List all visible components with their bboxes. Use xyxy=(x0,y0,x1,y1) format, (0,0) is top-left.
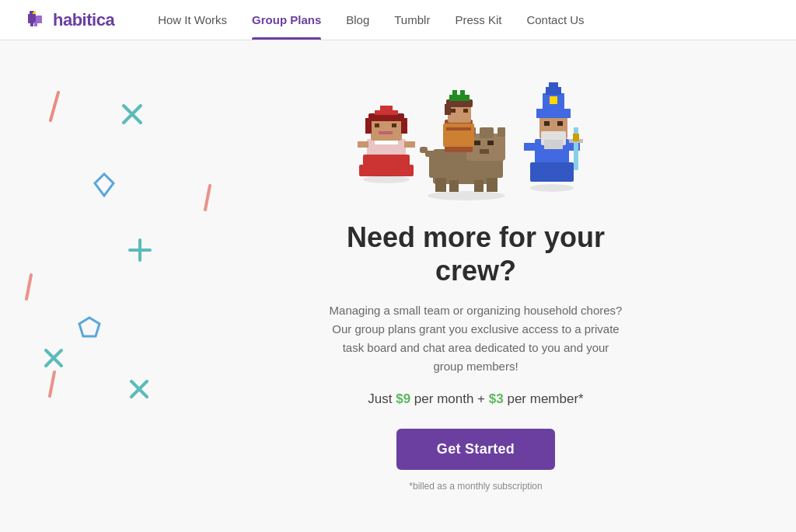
svg-rect-62 xyxy=(487,178,498,192)
svg-rect-73 xyxy=(544,140,563,149)
svg-rect-47 xyxy=(420,147,428,153)
navigation: habitica How It WorksGroup PlansBlogTumb… xyxy=(0,0,796,40)
content-panel: Need more for your crew? Managing a smal… xyxy=(312,81,639,492)
svg-rect-58 xyxy=(460,90,465,96)
svg-rect-37 xyxy=(429,155,441,178)
svg-rect-26 xyxy=(365,118,372,134)
svg-rect-22 xyxy=(359,165,414,176)
pricing-member: $3 xyxy=(489,391,504,406)
billing-note: *billed as a monthly subscription xyxy=(409,481,542,492)
pricing-after: per member* xyxy=(507,391,583,406)
svg-line-7 xyxy=(124,106,141,123)
nav-link-group-plans[interactable]: Group Plans xyxy=(239,1,333,39)
svg-rect-65 xyxy=(530,162,574,182)
svg-rect-40 xyxy=(480,127,494,138)
svg-rect-74 xyxy=(544,121,550,126)
nav-item-contact-us[interactable]: Contact Us xyxy=(514,1,596,39)
svg-rect-43 xyxy=(474,141,480,145)
svg-rect-45 xyxy=(480,149,489,154)
hero-description: Managing a small team or organizing hous… xyxy=(328,301,623,376)
svg-line-15 xyxy=(46,350,61,366)
svg-rect-54 xyxy=(451,109,456,113)
svg-rect-56 xyxy=(449,95,470,101)
pricing-text: Just $9 per month + $3 per member* xyxy=(368,391,583,407)
svg-point-63 xyxy=(428,191,505,200)
logo-text: habitica xyxy=(53,10,114,30)
svg-rect-61 xyxy=(474,180,484,192)
shape-blue-pentagon xyxy=(78,316,101,339)
svg-rect-32 xyxy=(380,106,393,112)
svg-rect-70 xyxy=(573,134,579,141)
svg-point-35 xyxy=(363,176,410,183)
logo-icon xyxy=(25,9,47,31)
svg-rect-28 xyxy=(375,123,379,127)
pricing-mid: per month + xyxy=(414,391,489,406)
pricing-before: Just xyxy=(368,391,396,406)
svg-rect-75 xyxy=(557,121,563,126)
svg-rect-59 xyxy=(435,178,446,192)
svg-rect-29 xyxy=(392,123,396,127)
svg-rect-42 xyxy=(498,127,505,137)
svg-point-81 xyxy=(530,184,574,192)
shape-coral-slash-1 xyxy=(47,91,62,122)
svg-rect-4 xyxy=(34,22,37,26)
nav-link-blog[interactable]: Blog xyxy=(333,1,382,39)
svg-rect-34 xyxy=(404,141,415,148)
shape-teal-cross-1 xyxy=(128,238,152,262)
shape-coral-slash-3 xyxy=(23,273,34,301)
nav-item-press-kit[interactable]: Press Kit xyxy=(442,1,514,39)
svg-rect-66 xyxy=(524,143,536,151)
svg-rect-55 xyxy=(463,109,468,113)
hero-heading: Need more for your crew? xyxy=(312,221,639,287)
shape-coral-slash-2 xyxy=(202,184,213,211)
svg-line-6 xyxy=(51,92,58,120)
svg-rect-30 xyxy=(379,131,393,134)
svg-rect-50 xyxy=(446,127,471,130)
svg-rect-57 xyxy=(452,90,457,96)
svg-line-16 xyxy=(46,350,61,366)
nav-item-blog[interactable]: Blog xyxy=(333,1,382,39)
svg-rect-80 xyxy=(550,96,557,104)
svg-line-9 xyxy=(205,186,210,210)
svg-line-18 xyxy=(131,381,147,397)
pixel-heroes-svg xyxy=(351,81,600,201)
pricing-monthly: $9 xyxy=(396,391,410,406)
nav-link-tumblr[interactable]: Tumblr xyxy=(382,1,442,39)
svg-rect-44 xyxy=(487,141,494,145)
nav-item-group-plans[interactable]: Group Plans xyxy=(239,1,333,39)
shape-coral-slash-4 xyxy=(47,370,58,398)
svg-rect-60 xyxy=(449,180,459,192)
svg-rect-3 xyxy=(30,20,33,26)
nav-item-how-it-works[interactable]: How It Works xyxy=(145,1,239,39)
svg-rect-49 xyxy=(443,123,474,147)
shape-teal-x-3 xyxy=(128,378,150,400)
nav-link-contact-us[interactable]: Contact Us xyxy=(514,1,596,39)
svg-rect-79 xyxy=(549,82,558,89)
nav-link-how-it-works[interactable]: How It Works xyxy=(145,1,239,39)
svg-marker-14 xyxy=(79,318,100,336)
svg-line-8 xyxy=(124,106,141,123)
svg-rect-27 xyxy=(401,118,407,134)
page-content: Need more for your crew? Managing a smal… xyxy=(0,40,796,532)
svg-rect-33 xyxy=(358,141,368,148)
svg-line-19 xyxy=(50,372,54,396)
nav-links: How It WorksGroup PlansBlogTumblrPress K… xyxy=(145,1,596,39)
svg-marker-10 xyxy=(95,174,113,196)
get-started-button[interactable]: Get Started xyxy=(396,429,555,470)
shape-blue-diamond xyxy=(93,172,115,197)
hero-image xyxy=(351,81,600,205)
logo[interactable]: habitica xyxy=(25,9,114,31)
nav-link-press-kit[interactable]: Press Kit xyxy=(442,1,514,39)
shape-teal-x-1 xyxy=(120,103,144,126)
svg-line-17 xyxy=(131,381,147,397)
svg-rect-53 xyxy=(445,104,451,115)
svg-line-11 xyxy=(26,275,31,299)
nav-item-tumblr[interactable]: Tumblr xyxy=(382,1,442,39)
shape-teal-x-2 xyxy=(43,347,65,369)
